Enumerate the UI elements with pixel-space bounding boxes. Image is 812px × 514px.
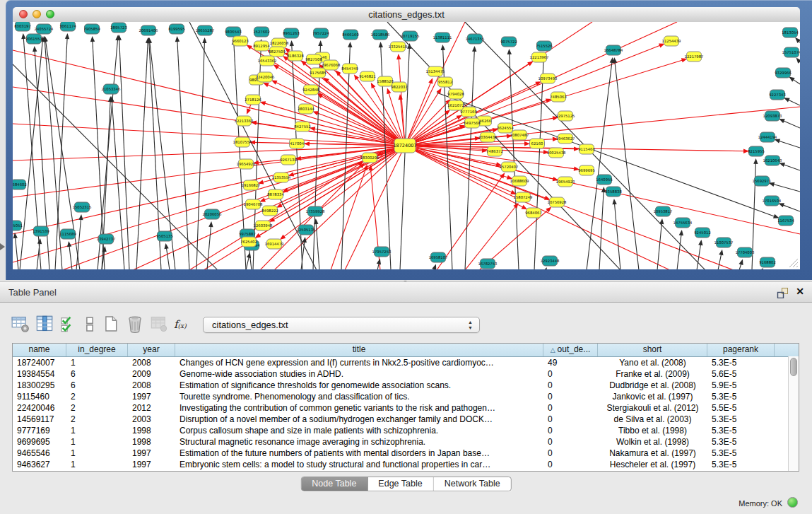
close-panel-icon[interactable]: ✕	[796, 286, 804, 297]
graph-node-label: 9505135	[156, 234, 173, 238]
graph-node-label: 11353554	[272, 175, 292, 180]
traffic-lights	[19, 10, 54, 18]
tab-network-table[interactable]: Network Table	[434, 477, 511, 491]
graph-node-label: 16958107	[429, 255, 448, 259]
cell: Tourette syndrome. Phenomenology and cla…	[175, 391, 543, 402]
graph-node-label: 22420046	[256, 75, 276, 79]
graph-node-label: 2895723	[110, 25, 127, 30]
graph-node-label: 8186328	[287, 54, 304, 58]
graph-node-label: 10688609	[510, 179, 529, 183]
tab-node-table[interactable]: Node Table	[301, 477, 367, 491]
cell: 5.3E-5	[707, 391, 775, 402]
graph-node-label: 9267130	[280, 158, 297, 162]
column-header-out_de[interactable]: △out_de...	[543, 344, 598, 356]
graph-node-label: 6497568	[464, 121, 481, 125]
cell: 0	[543, 380, 598, 391]
graph-node-label: 7957224	[312, 31, 329, 35]
graph-node-label: 9806543	[225, 30, 242, 34]
graph-node-label: 1621072	[447, 103, 464, 107]
cell: 0	[543, 414, 598, 425]
select-all-button[interactable]	[59, 315, 79, 334]
graph-node-label: 2718126	[245, 98, 261, 102]
clear-selection-button[interactable]	[81, 315, 100, 334]
scrollbar-thumb[interactable]	[790, 358, 797, 376]
graph-node-label: 7625402	[240, 240, 257, 244]
table-row[interactable]: 1938455462009Genome-wide association stu…	[13, 368, 799, 380]
cell: 0	[543, 459, 598, 470]
graph-node-label: 10807487	[510, 133, 529, 137]
table-row[interactable]: 911546021997Tourette syndrome. Phenomeno…	[13, 391, 799, 402]
table-row[interactable]: 969969511998Structural magnetic resonanc…	[13, 436, 799, 448]
float-panel-icon[interactable]	[777, 287, 788, 298]
column-header-short[interactable]: short	[598, 344, 707, 356]
column-header-title[interactable]: title	[175, 344, 543, 356]
function-builder-button[interactable]: f(x)	[174, 315, 198, 334]
graph-node-label: 1391539	[33, 229, 49, 233]
vertical-scrollbar[interactable]	[788, 356, 799, 471]
column-header-pagerank[interactable]: pagerank	[707, 344, 775, 356]
graph-node-label: 12603948	[254, 223, 273, 228]
table-row[interactable]: 2242004622012Investigating the contribut…	[13, 402, 799, 414]
graph-node-label: 18724007	[393, 143, 416, 148]
table-row[interactable]: 977716911998Corpus callosum shape and si…	[13, 425, 799, 436]
select-column-button[interactable]	[35, 315, 55, 334]
panel-collapse-arrow[interactable]	[0, 243, 5, 250]
cell: Embryonic stem cells: a model to study s…	[175, 459, 543, 470]
graph-node-label: 17704003	[736, 250, 755, 255]
cell: 5.6E-5	[707, 368, 775, 380]
close-window-icon[interactable]	[19, 10, 28, 18]
graph-node-label: 8215955	[748, 149, 765, 153]
cell: 5.3E-5	[707, 414, 775, 425]
resize-grip[interactable]	[789, 258, 799, 268]
network-window-titlebar[interactable]: citations_edges.txt	[13, 7, 800, 23]
graph-node-label: 15052315	[73, 205, 92, 209]
table-row[interactable]: 1830029562008Estimation of significance …	[13, 380, 799, 391]
zoom-window-icon[interactable]	[46, 10, 54, 18]
cell: 5.9E-5	[707, 380, 775, 391]
cell: 1998	[128, 425, 175, 436]
delete-button[interactable]	[126, 315, 146, 334]
cell: 5.3E-5	[707, 459, 775, 470]
graph-node-label: 11381111	[433, 35, 452, 40]
cell: Yano et al. (2008)	[598, 357, 707, 368]
graph-node-label: 19046708	[244, 202, 264, 206]
cell: de Silva et al. (2003)	[598, 414, 707, 425]
graph-node-label: 1640955	[596, 177, 613, 182]
graph-node-label: 24055724	[35, 27, 54, 31]
cell: 2	[66, 414, 128, 425]
graph-node-label: 10953817	[654, 209, 673, 214]
new-file-button[interactable]	[102, 315, 122, 334]
cell: 49	[543, 357, 598, 368]
graph-node-label: 10025438	[547, 151, 567, 155]
table-panel-header: Table Panel ✕	[0, 281, 812, 303]
graph-node-label: 12213363	[235, 119, 254, 123]
table-row[interactable]: 1456911722003Disruption of a novel membe…	[13, 414, 799, 425]
column-header-in_degree[interactable]: in_degree	[66, 344, 128, 356]
cell: 2	[66, 402, 128, 414]
tab-edge-table[interactable]: Edge Table	[367, 477, 433, 491]
graph-node-label: 20364436	[478, 135, 498, 139]
cell: 19384554	[13, 368, 66, 380]
network-canvas[interactable]: 8303197240557243061174206155379058592895…	[13, 22, 800, 269]
graph-node-label: 13942737	[97, 237, 116, 241]
network-canvas-svg[interactable]: 8303197240557243061174206155379058592895…	[13, 22, 800, 269]
graph-node-label: 62160	[531, 141, 543, 146]
table-settings-button[interactable]	[11, 315, 31, 334]
graph-node-label: 9168802	[759, 260, 776, 264]
cell: 6	[66, 368, 128, 380]
graph-node-label: 7905859	[83, 27, 100, 31]
table-row[interactable]: 1872400712008Changes of HCN gene express…	[13, 357, 799, 368]
minimize-window-icon[interactable]	[33, 10, 41, 18]
graph-node-label: 16543362	[258, 59, 277, 63]
graph-node-label: 7515526	[536, 44, 553, 48]
column-header-name[interactable]: name	[13, 344, 66, 356]
cell: Wolkin et al. (1998)	[598, 436, 707, 448]
column-header-year[interactable]: year	[128, 344, 175, 356]
graph-node-label: 9245012	[694, 230, 711, 235]
cell: 9115460	[13, 391, 66, 402]
table-selector-dropdown[interactable]: citations_edges.txt ▲▼	[203, 317, 480, 333]
table-row[interactable]: 946554611997Estimation of the future num…	[13, 448, 799, 459]
table-row[interactable]: 946362711997Embryonic stem cells: a mode…	[13, 459, 799, 470]
cell: 18724007	[13, 357, 66, 368]
cell: 2012	[128, 402, 175, 414]
